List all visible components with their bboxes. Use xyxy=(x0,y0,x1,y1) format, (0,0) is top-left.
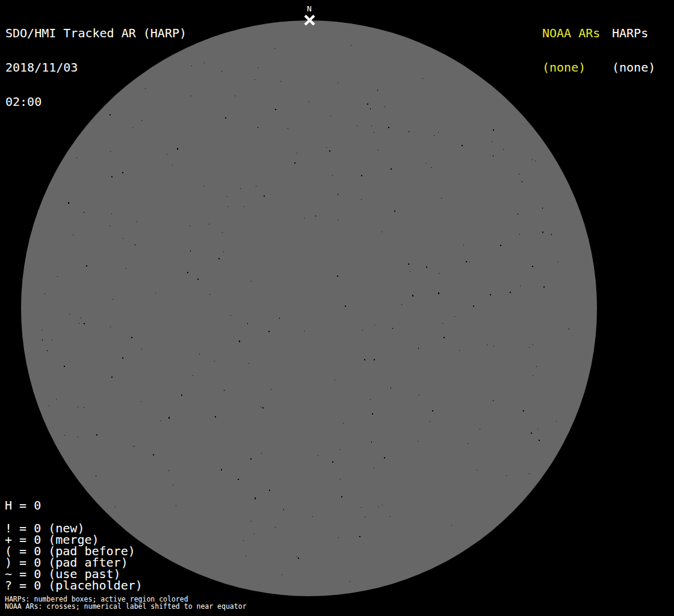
magnetogram-speck xyxy=(309,102,309,102)
magnetogram-speck xyxy=(392,328,393,329)
plot-time: 02:00 xyxy=(5,96,187,108)
magnetogram-speck xyxy=(454,316,455,317)
magnetogram-speck xyxy=(422,78,423,79)
legend: H = 0 ! = 0 (new)+ = 0 (merge)( = 0 (pad… xyxy=(5,500,143,591)
magnetogram-speck xyxy=(431,167,431,168)
magnetogram-speck xyxy=(371,442,372,443)
magnetogram-speck xyxy=(351,45,351,46)
magnetogram-speck xyxy=(230,315,231,316)
magnetogram-speck xyxy=(274,48,275,49)
magnetogram-speck xyxy=(84,323,85,324)
legend-line: ? = 0 (placeholder) xyxy=(5,580,143,591)
magnetogram-speck xyxy=(532,159,533,160)
magnetogram-speck xyxy=(330,116,331,116)
magnetogram-speck xyxy=(177,148,178,150)
magnetogram-speck xyxy=(288,128,288,129)
magnetogram-speck xyxy=(374,132,374,133)
magnetogram-speck xyxy=(529,473,530,474)
magnetogram-speck xyxy=(280,81,281,82)
magnetogram-speck xyxy=(255,497,256,499)
magnetogram-speck xyxy=(364,359,365,360)
magnetogram-speck xyxy=(187,272,188,273)
magnetogram-speck xyxy=(410,271,410,272)
harps-label: HARPs xyxy=(612,28,655,39)
title-block: SDO/HMI Tracked AR (HARP) 2018/11/03 02:… xyxy=(5,5,187,131)
magnetogram-speck xyxy=(42,339,43,340)
magnetogram-speck xyxy=(477,470,477,470)
magnetogram-speck xyxy=(533,345,533,345)
magnetogram-speck xyxy=(123,238,123,239)
magnetogram-speck xyxy=(64,366,65,367)
magnetogram-speck xyxy=(110,327,111,327)
footer-note-line: NOAA ARs: crosses; numerical label shift… xyxy=(5,603,247,610)
magnetogram-speck xyxy=(426,163,427,164)
magnetogram-speck xyxy=(487,345,487,345)
magnetogram-speck xyxy=(258,127,258,128)
magnetogram-speck xyxy=(262,407,264,408)
magnetogram-speck xyxy=(451,525,452,526)
harps-status: HARPs (none) xyxy=(612,5,655,96)
magnetogram-speck xyxy=(235,96,235,96)
magnetogram-speck xyxy=(250,458,252,460)
magnetogram-speck xyxy=(523,410,524,411)
magnetogram-speck xyxy=(473,306,474,307)
magnetogram-speck xyxy=(536,366,537,367)
magnetogram-speck xyxy=(131,337,132,338)
magnetogram-speck xyxy=(86,265,87,266)
magnetogram-speck xyxy=(493,129,494,131)
magnetogram-speck xyxy=(520,286,521,286)
noaa-ars-label: NOAA ARs xyxy=(542,28,600,39)
magnetogram-speck xyxy=(275,109,276,110)
magnetogram-speck xyxy=(243,540,244,541)
magnetogram-speck xyxy=(438,132,439,132)
magnetogram-speck xyxy=(47,350,48,351)
magnetogram-speck xyxy=(246,556,246,556)
magnetogram-speck xyxy=(418,348,419,349)
magnetogram-speck xyxy=(332,175,333,176)
magnetogram-speck xyxy=(304,218,305,218)
magnetogram-speck xyxy=(264,196,265,197)
magnetogram-speck xyxy=(113,299,113,300)
magnetogram-speck xyxy=(294,162,295,164)
magnetogram-speck xyxy=(69,314,70,315)
magnetogram-speck xyxy=(122,172,123,173)
magnetogram-speck xyxy=(318,455,318,456)
magnetogram-speck xyxy=(444,337,445,338)
magnetogram-speck xyxy=(84,407,84,408)
magnetogram-speck xyxy=(282,574,282,575)
magnetogram-speck xyxy=(439,273,439,274)
magnetogram-speck xyxy=(384,457,385,458)
magnetogram-speck xyxy=(543,286,545,288)
magnetogram-speck xyxy=(361,175,362,176)
magnetogram-speck xyxy=(370,399,371,400)
magnetogram-speck xyxy=(160,420,161,421)
magnetogram-speck xyxy=(271,389,271,390)
magnetogram-speck xyxy=(343,423,344,424)
magnetogram-speck xyxy=(503,149,504,150)
magnetogram-speck xyxy=(338,82,338,83)
magnetogram-speck xyxy=(153,454,154,455)
magnetogram-speck xyxy=(418,441,418,442)
magnetogram-speck xyxy=(227,196,227,197)
magnetogram-speck xyxy=(204,63,205,63)
magnetogram-speck xyxy=(493,155,493,156)
magnetogram-speck xyxy=(339,449,340,450)
magnetogram-speck xyxy=(221,469,222,470)
magnetogram-speck xyxy=(459,350,460,351)
magnetogram-speck xyxy=(326,147,327,148)
north-cross-icon xyxy=(303,14,316,26)
magnetogram-speck xyxy=(408,263,409,265)
magnetogram-speck xyxy=(215,416,216,417)
noaa-ars-status: NOAA ARs (none) xyxy=(542,5,600,96)
magnetogram-speck xyxy=(430,421,430,422)
magnetogram-speck xyxy=(225,117,226,119)
magnetogram-speck xyxy=(203,186,204,186)
magnetogram-speck xyxy=(551,234,552,235)
magnetogram-speck xyxy=(335,380,335,380)
magnetogram-speck xyxy=(539,440,540,441)
magnetogram-speck xyxy=(401,304,402,305)
magnetogram-speck xyxy=(218,258,220,259)
magnetogram-speck xyxy=(155,293,156,294)
magnetogram-speck xyxy=(251,281,252,282)
magnetogram-speck xyxy=(529,347,530,348)
